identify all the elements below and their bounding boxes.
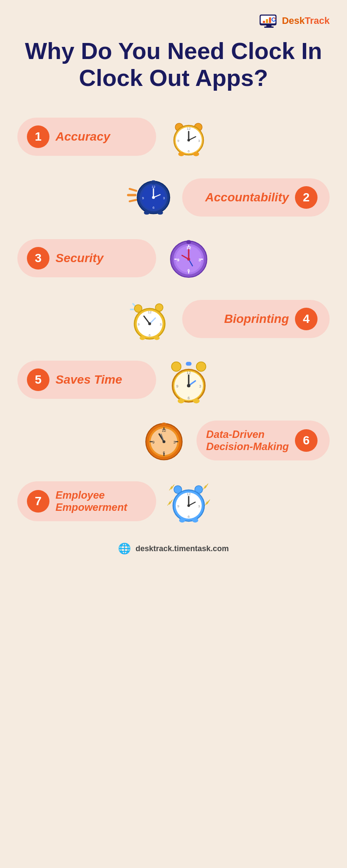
logo-text: DeskTrack	[282, 15, 330, 26]
svg-text:12: 12	[148, 310, 152, 314]
svg-point-20	[193, 152, 199, 156]
number-4: 4	[295, 308, 318, 330]
number-2: 2	[295, 186, 318, 209]
svg-point-67	[154, 336, 160, 340]
number-6: 6	[295, 429, 318, 452]
number-7: 7	[27, 490, 49, 513]
svg-marker-97	[169, 484, 174, 490]
svg-text:6: 6	[188, 395, 190, 400]
svg-text:3: 3	[199, 384, 201, 388]
items-container: 1 Accuracy 12 6 9 3	[17, 113, 330, 525]
number-1: 1	[27, 125, 49, 148]
svg-point-51	[187, 258, 190, 261]
svg-text:9: 9	[153, 440, 155, 444]
clock-6: 12 6 9 3	[140, 417, 188, 464]
svg-rect-4	[263, 21, 265, 23]
svg-text:12: 12	[162, 428, 166, 432]
svg-text:3: 3	[174, 440, 176, 444]
svg-marker-99	[167, 500, 173, 506]
clock-5: 12 6 9 3	[165, 356, 213, 404]
svg-point-19	[178, 152, 184, 156]
svg-text:9: 9	[176, 384, 178, 388]
svg-point-66	[140, 336, 145, 340]
pill-5: 5 Saves Time	[17, 361, 156, 399]
svg-text:3: 3	[160, 323, 161, 327]
svg-rect-26	[151, 181, 156, 184]
label-3: Security	[56, 251, 104, 265]
number-3: 3	[27, 247, 49, 270]
svg-text:12: 12	[187, 492, 191, 496]
svg-point-80	[178, 398, 184, 403]
svg-text:6: 6	[163, 450, 165, 455]
svg-text:6: 6	[153, 206, 154, 210]
pill-1: 1 Accuracy	[17, 118, 156, 156]
svg-text:3: 3	[198, 504, 200, 508]
svg-point-111	[187, 504, 190, 507]
svg-point-36	[157, 211, 163, 215]
svg-rect-3	[264, 26, 274, 28]
svg-text:9: 9	[138, 323, 140, 327]
svg-point-18	[187, 139, 190, 141]
svg-text:6: 6	[188, 149, 190, 153]
svg-text:9: 9	[142, 197, 144, 201]
logo-icon	[259, 13, 278, 29]
row-2: 12 6 9 3 2 Accountability	[17, 174, 330, 221]
svg-text:12: 12	[187, 371, 191, 375]
svg-marker-98	[203, 483, 208, 490]
pill-3: 3 Security	[17, 239, 156, 277]
row-1: 1 Accuracy 12 6 9 3	[17, 113, 330, 161]
svg-point-69	[196, 362, 206, 371]
label-5: Saves Time	[56, 373, 122, 387]
row-4: 12 6 9 3 4 Bioprinting	[17, 295, 330, 343]
svg-line-23	[130, 189, 136, 191]
svg-text:9: 9	[177, 139, 180, 143]
svg-point-68	[171, 362, 181, 371]
svg-text:6: 6	[188, 515, 190, 519]
svg-text:9: 9	[177, 257, 180, 262]
label-4: Bioprinting	[224, 312, 289, 326]
svg-rect-6	[269, 17, 271, 23]
label-6: Data-DrivenDecision-Making	[206, 428, 289, 453]
row-6: 12 6 9 3 6 Data-DrivenDecision-Making	[17, 417, 330, 464]
svg-point-79	[187, 384, 190, 388]
clock-3: 12 6 9 3	[165, 234, 213, 282]
pill-2: 2 Accountability	[182, 178, 330, 217]
svg-point-65	[148, 322, 151, 326]
svg-line-22	[130, 200, 136, 201]
svg-rect-96	[162, 422, 167, 426]
svg-text:12: 12	[187, 127, 191, 131]
number-5: 5	[27, 368, 49, 391]
svg-point-81	[193, 398, 200, 403]
footer: 🌐 desktrack.timentask.com	[118, 542, 229, 555]
svg-marker-100	[205, 500, 210, 506]
pill-6: 6 Data-DrivenDecision-Making	[196, 421, 330, 460]
pill-7: 7 EmployeeEmpowerment	[17, 481, 156, 521]
svg-text:3: 3	[199, 257, 201, 262]
clock-7: 12 6 9 3	[165, 477, 213, 525]
clock-4: 12 6 9 3	[126, 295, 174, 343]
svg-point-112	[179, 518, 185, 523]
globe-icon: 🌐	[118, 542, 131, 555]
main-title: Why Do You Need Clock In Clock Out Apps?	[17, 37, 330, 91]
svg-point-95	[163, 440, 166, 443]
svg-rect-52	[187, 240, 191, 244]
pill-4: 4 Bioprinting	[182, 300, 330, 338]
svg-rect-70	[186, 362, 191, 365]
svg-text:3: 3	[198, 139, 200, 143]
svg-point-35	[144, 211, 150, 215]
svg-text:6: 6	[149, 333, 151, 337]
svg-text:12: 12	[152, 185, 156, 189]
svg-point-113	[192, 518, 198, 523]
label-2: Accountability	[205, 191, 289, 204]
label-1: Accuracy	[56, 130, 110, 144]
logo: DeskTrack	[259, 13, 330, 29]
svg-text:9: 9	[177, 504, 180, 508]
footer-url: desktrack.timentask.com	[135, 544, 229, 553]
svg-text:3: 3	[163, 197, 165, 201]
row-7: 7 EmployeeEmpowerment 12 6 9 3	[17, 477, 330, 525]
label-7: EmployeeEmpowerment	[56, 489, 127, 513]
svg-text:6: 6	[187, 268, 190, 273]
row-5: 5 Saves Time 12 6 9 3	[17, 356, 330, 404]
clock-1: 12 6 9 3	[165, 113, 213, 161]
svg-point-34	[152, 196, 155, 199]
